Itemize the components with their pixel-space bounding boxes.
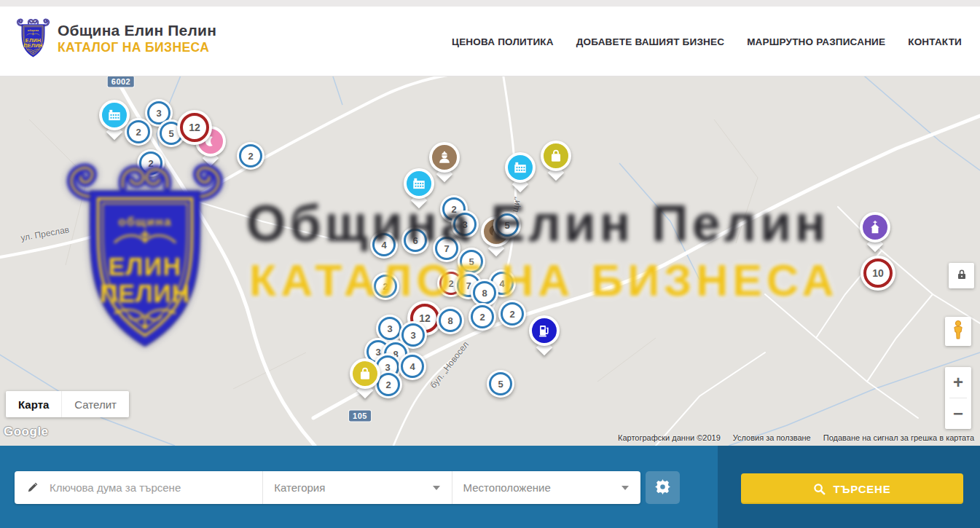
map-canvas[interactable]: 6002105ул. Преславбул. „Новоселщи" 32512… <box>0 76 980 446</box>
cluster-count: 8 <box>482 288 487 299</box>
map-cluster[interactable]: 2 <box>469 303 496 331</box>
map-pin-building[interactable] <box>505 152 536 192</box>
svg-text:ПЕЛИН: ПЕЛИН <box>24 43 43 49</box>
map-pin-bag[interactable] <box>541 141 571 180</box>
svg-text:община: община <box>28 29 39 32</box>
cluster-count: 3 <box>462 219 467 230</box>
cluster-count: 2 <box>479 312 485 323</box>
search-form: Категория Местоположение <box>15 471 640 504</box>
church-icon <box>867 219 883 235</box>
map-pin-bag[interactable] <box>350 358 380 398</box>
cluster-count: 2 <box>148 158 153 169</box>
cluster-count: 4 <box>409 361 415 372</box>
nav-item-contacts[interactable]: КОНТАКТИ <box>908 36 962 47</box>
pegman-button[interactable] <box>945 317 971 346</box>
cluster-count: 2 <box>509 309 514 320</box>
logo-title: Община Елин Пелин <box>58 22 216 39</box>
zoom-control: + − <box>945 367 971 429</box>
cluster-count: 7 <box>444 243 449 254</box>
map-pin-building[interactable] <box>99 100 130 139</box>
category-select[interactable]: Категория <box>262 471 451 504</box>
map-type-button[interactable]: Карта <box>6 391 61 417</box>
map-cluster[interactable]: 12 <box>177 110 212 145</box>
cluster-count: 5 <box>498 379 503 390</box>
cluster-count: 3 <box>156 108 161 119</box>
map-cluster[interactable]: 2 <box>498 300 526 328</box>
map-attribution: Картографски данни ©2019 Условия за полз… <box>618 433 974 442</box>
map-pin-fuel[interactable] <box>529 315 560 355</box>
cluster-count: 12 <box>419 312 431 324</box>
cluster-count: 2 <box>136 127 141 138</box>
pegman-icon <box>951 320 965 343</box>
map-cluster[interactable]: 8 <box>436 307 464 334</box>
location-select-value: Местоположение <box>463 481 622 494</box>
cluster-count: 5 <box>504 220 509 231</box>
location-select[interactable]: Местоположение <box>452 471 640 504</box>
cluster-count: 4 <box>499 278 504 289</box>
map-pin-church[interactable] <box>860 212 890 251</box>
keyword-search-input[interactable] <box>48 481 262 494</box>
map-type-control: Карта Сателит <box>6 391 129 417</box>
building-icon <box>411 176 427 192</box>
map-cluster[interactable]: 3 <box>451 210 479 238</box>
map-cluster[interactable]: 10 <box>861 256 895 291</box>
cluster-count: 3 <box>410 330 415 341</box>
category-select-value: Категория <box>274 481 432 494</box>
building-icon <box>106 107 122 123</box>
map-cluster[interactable]: 4 <box>370 231 398 259</box>
nav-item-pricing[interactable]: ЦЕНОВА ПОЛИТИКА <box>452 36 554 47</box>
map-cluster[interactable]: 2 <box>372 272 399 300</box>
top-strip <box>0 0 980 7</box>
map-cluster[interactable]: 5 <box>493 211 521 239</box>
lock-icon <box>957 269 967 283</box>
fuel-icon <box>536 323 552 339</box>
map-cluster[interactable]: 2 <box>137 149 165 177</box>
site-header: община ЕЛИН ПЕЛИН Община Елин Пелин КАТА… <box>0 0 980 76</box>
building-icon <box>512 159 528 176</box>
municipality-emblem-icon: община ЕЛИН ПЕЛИН <box>16 16 50 60</box>
map-pin-building[interactable] <box>404 168 434 208</box>
lock-button[interactable] <box>949 263 974 288</box>
nav-item-transport-schedule[interactable]: МАРШРУТНО РАЗПИСАНИЕ <box>747 36 885 47</box>
logo-subtitle: КАТАЛОГ НА БИЗНЕСА <box>58 41 216 55</box>
search-submit-button[interactable]: ТЪРСЕНЕ <box>741 473 963 504</box>
map-cluster[interactable]: 5 <box>458 248 485 275</box>
main-nav: ЦЕНОВА ПОЛИТИКАДОБАВЕТЕ ВАШИЯТ БИЗНЕСМАР… <box>452 36 962 47</box>
magnifier-icon <box>813 483 826 495</box>
cluster-count: 3 <box>387 323 392 334</box>
cluster-count: 2 <box>248 151 253 162</box>
svg-text:ЕЛИН: ЕЛИН <box>26 38 41 44</box>
chevron-down-icon <box>622 486 629 490</box>
pencil-icon <box>26 481 39 494</box>
google-logo[interactable]: Google <box>4 425 49 439</box>
bag-icon <box>357 366 373 382</box>
cluster-count: 10 <box>872 267 884 279</box>
chevron-down-icon <box>433 486 440 490</box>
satellite-type-button[interactable]: Сателит <box>61 391 129 417</box>
logo-text: Община Елин Пелин КАТАЛОГ НА БИЗНЕСА <box>58 22 216 55</box>
cluster-count: 5 <box>168 128 173 139</box>
cluster-count: 2 <box>385 379 391 390</box>
map-cluster[interactable]: 4 <box>399 352 426 380</box>
cluster-count: 4 <box>381 240 386 251</box>
report-error-link[interactable]: Подаване на сигнал за грешка в картата <box>823 433 974 442</box>
zoom-out-button[interactable]: − <box>945 398 971 429</box>
map-cluster[interactable]: 7 <box>433 235 460 262</box>
cluster-count: 12 <box>189 122 200 133</box>
map-cluster[interactable]: 5 <box>487 370 514 398</box>
map-cluster[interactable]: 2 <box>237 142 264 170</box>
bag-icon <box>548 148 564 164</box>
cluster-count: 2 <box>383 281 388 292</box>
nav-item-add-business[interactable]: ДОБАВЕТЕ ВАШИЯТ БИЗНЕС <box>576 36 724 47</box>
cluster-count: 6 <box>412 235 418 246</box>
cluster-count: 2 <box>448 278 453 289</box>
site-logo[interactable]: община ЕЛИН ПЕЛИН Община Елин Пелин КАТА… <box>16 16 216 60</box>
zoom-in-button[interactable]: + <box>945 367 971 398</box>
map-data-copyright: Картографски данни ©2019 <box>618 433 721 442</box>
map-cluster[interactable]: 6 <box>401 226 429 254</box>
advanced-settings-button[interactable] <box>646 471 680 504</box>
road-number-chip: 105 <box>349 411 371 422</box>
keyword-segment <box>15 471 262 504</box>
terms-link[interactable]: Условия за ползване <box>733 433 811 442</box>
page: 6002105ул. Преславбул. „Новоселщи" 32512… <box>0 0 980 528</box>
